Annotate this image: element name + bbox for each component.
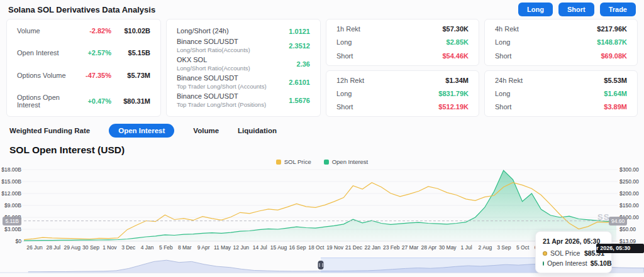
chart-section-title: SOL Open Interest (USD) <box>0 142 644 156</box>
rekt-long-value: $831.79K <box>438 90 469 97</box>
stat-values: -2.82%$10.02B <box>79 27 150 35</box>
stat-label: Volume <box>17 27 40 35</box>
tab-liquidation[interactable]: Liquidation <box>238 127 277 134</box>
x-axis-tick: 14 Jul <box>253 244 267 251</box>
x-axis-tick: 15 Aug <box>270 244 287 251</box>
rekt-column-2: 4h Rekt$217.96KLong$148.87KShort$69.08K2… <box>484 19 638 117</box>
stat-label: Options Open Interest <box>17 94 79 109</box>
x-axis-tick: 12 Jun <box>233 244 250 251</box>
stat-change: +0.47% <box>79 97 111 105</box>
ratio-label-main: Binance SOL/USDT <box>177 38 250 46</box>
ratio-row: OKX SOLLong/Short Ratio(Accounts)2.36 <box>177 56 310 72</box>
stat-label: Options Volume <box>17 72 66 79</box>
rekt-long-row: Long$831.79K <box>336 90 469 97</box>
tooltip-row: Open Interest$5.10B <box>543 259 604 267</box>
ratio-row: Binance SOL/USDTLong/Short Ratio(Account… <box>177 38 310 54</box>
stat-value: $5.73M <box>111 72 150 79</box>
rekt-column-1: 1h Rekt$57.30KLong$2.85KShort$54.46K12h … <box>326 19 479 117</box>
left-axis-tick: $3.00B <box>0 226 21 232</box>
rekt-long-label: Long <box>336 38 352 46</box>
ratio-row: Binance SOL/USDTTop Trader Long/Short (A… <box>177 74 310 90</box>
stats-cards: Volume-2.82%$10.02BOpen Interest+2.57%$5… <box>0 19 644 117</box>
stat-value: $5.15B <box>111 49 150 57</box>
x-axis-tick: 22 Jan <box>365 244 381 251</box>
header-buttons: LongShortTrade <box>518 3 636 16</box>
stat-row: Options Open Interest+0.47%$80.31M <box>17 94 150 109</box>
x-axis-tick: 21 Dec <box>345 244 362 251</box>
ratio-label: Binance SOL/USDTTop Trader Long/Short (P… <box>177 92 266 109</box>
ratio-label: OKX SOLLong/Short Ratio(Accounts) <box>177 56 250 72</box>
rekt-short-label: Short <box>495 103 511 111</box>
x-axis-tick: 19 Nov <box>326 244 343 251</box>
rekt-short-value: $3.89M <box>604 103 627 111</box>
rekt-card: 1h Rekt$57.30KLong$2.85KShort$54.46K <box>326 19 479 66</box>
ratio-label-main: Long/Short (24h) <box>177 27 229 36</box>
page-title: Solana SOL Derivatives Data Analysis <box>8 5 155 14</box>
watermark-fragment: SS <box>597 212 609 222</box>
x-axis-tick: 3 Sep <box>497 244 511 251</box>
rekt-total-value: $5.53M <box>604 77 627 84</box>
x-axis-tick: 5 Feb <box>159 244 173 251</box>
stat-values: -47.35%$5.73M <box>79 72 150 79</box>
ratio-label: Long/Short (24h) <box>177 27 229 36</box>
ratio-label-sub: Long/Short Ratio(Accounts) <box>177 65 250 72</box>
ratio-row: Long/Short (24h)1.0121 <box>177 27 310 36</box>
rekt-card: 24h Rekt$5.53MLong$1.64MShort$3.89M <box>484 70 638 117</box>
crosshair-date-badge: 21 Apr 2026, 05:30 <box>596 244 644 253</box>
tooltip-series-name: Open Interest <box>547 259 587 267</box>
rekt-short-row: Short$512.19K <box>336 103 469 111</box>
rekt-short-label: Short <box>336 103 353 111</box>
x-axis-tick: 5 Oct <box>516 244 529 251</box>
rekt-long-row: Long$1.64M <box>495 90 627 97</box>
rekt-short-value: $69.08K <box>601 52 627 60</box>
rekt-title: 1h Rekt <box>336 25 360 33</box>
ratio-value: 2.36 <box>297 60 310 68</box>
x-axis-tick: 1 Jul <box>461 244 472 251</box>
tab-open-interest[interactable]: Open Interest <box>109 124 174 138</box>
rekt-total-row: 4h Rekt$217.96K <box>495 25 627 33</box>
ratio-value: 2.6101 <box>289 79 310 86</box>
navigator-left-handle-icon[interactable] <box>318 261 324 269</box>
rekt-total-row: 24h Rekt$5.53M <box>495 77 627 84</box>
sol-price-last-value-badge: 94.60 <box>609 217 627 225</box>
open-interest-last-value-badge: 5.11B <box>3 217 21 225</box>
ratio-label-sub: Long/Short Ratio(Accounts) <box>177 46 250 54</box>
stat-row: Options Volume-47.35%$5.73M <box>17 72 150 79</box>
rekt-long-label: Long <box>495 90 510 97</box>
x-axis-tick: 3 Dec <box>121 244 135 251</box>
stat-value: $80.31M <box>111 97 150 105</box>
tooltip-series-name: SOL Price <box>550 249 580 257</box>
tab-weighted-funding-rate[interactable]: Weighted Funding Rate <box>9 127 90 134</box>
rekt-short-row: Short$69.08K <box>495 52 627 60</box>
stat-change: -2.82% <box>79 27 111 35</box>
x-axis-tick: 2 Aug <box>479 244 492 251</box>
tab-volume[interactable]: Volume <box>193 127 219 134</box>
stat-change: +2.57% <box>79 49 111 57</box>
ratio-label-main: Binance SOL/USDT <box>177 92 266 101</box>
x-axis-tick: 9 Apr <box>197 244 210 251</box>
trade-button[interactable]: Trade <box>600 3 636 16</box>
rekt-long-value: $2.85K <box>447 38 469 46</box>
open-interest-chart: SOL PriceOpen Interest $18.00B$15.00B$12… <box>0 157 644 277</box>
rekt-long-row: Long$2.85K <box>336 38 469 46</box>
derivatives-dashboard: Solana SOL Derivatives Data Analysis Lon… <box>0 0 644 277</box>
ratio-label-main: Binance SOL/USDT <box>177 74 267 83</box>
longshort-ratios-card: Long/Short (24h)1.0121Binance SOL/USDTLo… <box>166 19 321 117</box>
rekt-card: 12h Rekt$1.34MLong$831.79KShort$512.19K <box>326 70 479 117</box>
rekt-short-value: $512.19K <box>438 103 469 111</box>
right-axis-tick: $200.00 <box>619 190 639 197</box>
ratio-value: 2.3512 <box>289 42 310 50</box>
rekt-total-value: $57.30K <box>442 25 469 33</box>
stat-row: Volume-2.82%$10.02B <box>17 27 150 35</box>
rekt-total-row: 12h Rekt$1.34M <box>336 77 469 84</box>
right-axis-tick: $50.00 <box>619 226 636 232</box>
rekt-short-value: $54.46K <box>442 52 469 60</box>
tooltip-series-dot-icon <box>543 251 547 256</box>
left-axis-tick: $18.00B <box>0 166 21 173</box>
rekt-total-value: $1.34M <box>445 77 469 84</box>
ratio-label-main: OKX SOL <box>177 56 250 65</box>
long-button[interactable]: Long <box>518 3 553 16</box>
short-button[interactable]: Short <box>558 3 594 16</box>
right-axis-tick: $150.00 <box>619 202 639 209</box>
stat-value: $10.02B <box>111 27 150 35</box>
